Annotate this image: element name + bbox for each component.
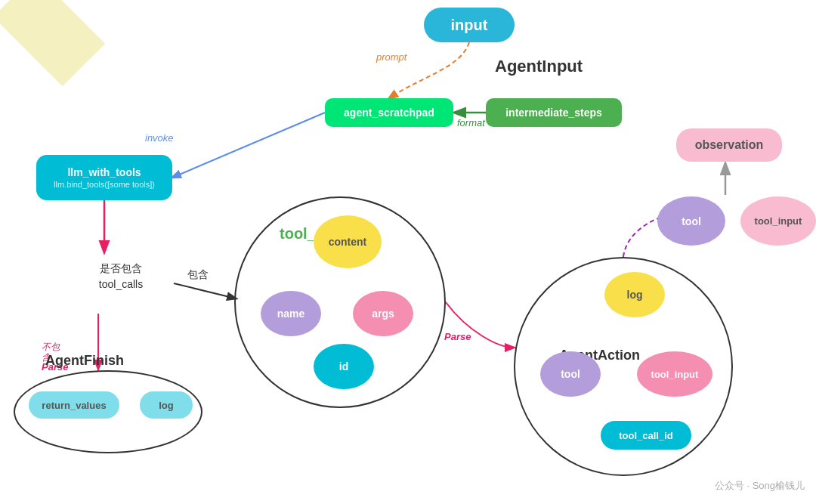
id-node: id [314, 344, 374, 389]
args-node: args [353, 291, 413, 336]
intermediate-steps-node: intermediate_steps [486, 98, 622, 127]
svg-line-1 [172, 113, 325, 178]
watermark: 公众号 · Song榆钱儿 [715, 479, 805, 493]
tool-action-node: tool [540, 351, 601, 397]
tool-top-node: tool [657, 196, 725, 246]
agent-finish-label: AgentFinish [45, 353, 124, 369]
parse-label-2: Parse [444, 331, 471, 342]
content-node: content [314, 215, 382, 268]
llm-with-tools-node: llm_with_tools llm.bind_tools([some tool… [36, 155, 172, 200]
tool-call-id-node: tool_call_id [601, 421, 691, 450]
diagram: prompt invoke format 包含 不包含 Parse Parse … [0, 0, 816, 504]
input-node: input [424, 8, 515, 42]
invoke-label: invoke [145, 132, 174, 144]
log-action-node: log [604, 272, 665, 317]
format-label: format [457, 117, 485, 128]
decision-diamond [0, 0, 105, 86]
log-finish-node: log [140, 391, 193, 419]
decision-label: 是否包含 tool_calls [53, 261, 189, 292]
agent-scratchpad-node: agent_scratchpad [325, 98, 453, 127]
return-values-node: return_values [29, 391, 119, 419]
tool-input-top-node: tool_input [740, 196, 816, 246]
prompt-label: prompt [376, 51, 406, 63]
name-node: name [261, 291, 321, 336]
observation-node: observation [676, 128, 782, 162]
agent-input-label: AgentInput [495, 57, 583, 76]
contains-label: 包含 [187, 268, 209, 282]
tool-input-action-node: tool_input [637, 351, 712, 397]
